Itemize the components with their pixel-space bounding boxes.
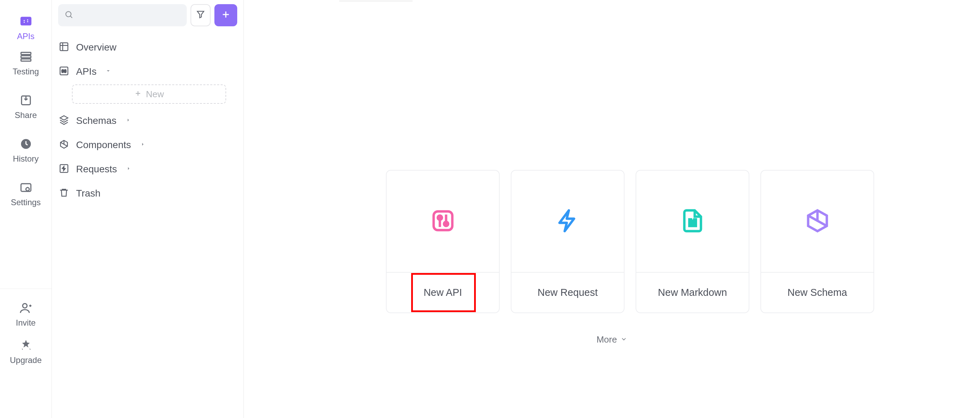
nav-testing[interactable]: Testing (0, 41, 51, 85)
search-input[interactable] (58, 4, 187, 26)
svg-point-10 (22, 303, 27, 308)
more-label: More (597, 334, 617, 345)
nav-testing-label: Testing (13, 67, 39, 77)
svg-rect-0 (21, 17, 31, 25)
tree-requests[interactable]: Requests (58, 157, 237, 181)
nav-share-label: Share (14, 110, 37, 120)
nav-upgrade[interactable]: Upgrade (0, 333, 51, 370)
tree-trash-label: Trash (76, 188, 101, 199)
schemas-icon (59, 115, 69, 127)
card-new-schema[interactable]: New Schema (760, 170, 874, 313)
api-sliders-icon (431, 208, 455, 235)
card-new-api[interactable]: New API (386, 170, 500, 313)
nav-history[interactable]: History (0, 129, 51, 172)
cube-icon (805, 208, 830, 235)
new-api-inline-button[interactable]: New (72, 85, 226, 104)
sidebar: Overview 96 APIs New Schemas Components (52, 0, 244, 418)
testing-icon (19, 50, 32, 63)
plus-icon (134, 89, 142, 100)
more-button[interactable]: More (244, 334, 980, 345)
apis-icon (19, 14, 33, 28)
search-icon (64, 10, 73, 21)
highlight-annotation (411, 273, 476, 312)
svg-rect-12 (60, 43, 68, 51)
chevron-down-icon (105, 68, 111, 75)
markdown-icon: M (680, 208, 705, 235)
filter-button[interactable] (191, 4, 211, 26)
filter-icon (196, 10, 205, 21)
top-divider (339, 1, 412, 2)
tree-apis-label: APIs (76, 66, 97, 77)
svg-rect-4 (21, 56, 31, 58)
tree-schemas-label: Schemas (76, 115, 116, 126)
card-new-markdown[interactable]: M New Markdown (636, 170, 749, 313)
svg-text:M: M (689, 218, 697, 228)
svg-point-2 (27, 21, 29, 22)
nav-settings-label: Settings (11, 198, 41, 207)
requests-icon (59, 163, 69, 175)
invite-icon (19, 302, 32, 314)
chevron-right-icon (140, 142, 146, 148)
tree-components[interactable]: Components (58, 133, 237, 157)
chevron-down-icon (620, 334, 627, 345)
nav-invite[interactable]: Invite (0, 296, 51, 333)
nav-settings[interactable]: Settings (0, 172, 51, 216)
settings-icon (19, 181, 32, 194)
tree-overview[interactable]: Overview (58, 35, 237, 59)
svg-text:96: 96 (62, 69, 67, 74)
card-new-request-label: New Request (538, 287, 598, 298)
chevron-right-icon (126, 166, 131, 173)
plus-icon (221, 10, 231, 21)
nav-invite-label: Invite (16, 318, 36, 328)
tree-apis[interactable]: 96 APIs (58, 59, 237, 84)
main-content: New API New Request M New Markdown (244, 0, 980, 418)
svg-rect-16 (434, 211, 452, 230)
history-icon (19, 137, 32, 150)
chevron-right-icon (126, 117, 131, 124)
trash-icon (59, 188, 69, 199)
overview-icon (59, 41, 69, 53)
tree-trash[interactable]: Trash (58, 181, 237, 206)
svg-point-11 (66, 11, 71, 17)
svg-point-1 (23, 20, 25, 21)
svg-rect-5 (21, 59, 31, 61)
nav-upgrade-label: Upgrade (10, 355, 41, 365)
add-button[interactable] (215, 4, 237, 26)
nav-apis[interactable]: APIs (0, 0, 51, 41)
svg-point-17 (438, 215, 442, 220)
new-api-inline-label: New (146, 89, 164, 100)
components-icon (59, 139, 69, 151)
tree-requests-label: Requests (76, 164, 117, 175)
lightning-icon (555, 208, 580, 235)
tree-components-label: Components (76, 139, 131, 150)
nav-share[interactable]: Share (0, 85, 51, 129)
tree-overview-label: Overview (76, 42, 116, 53)
svg-rect-3 (21, 52, 31, 54)
nav-history-label: History (13, 154, 39, 164)
card-new-request[interactable]: New Request (511, 170, 625, 313)
share-icon (19, 94, 32, 107)
card-new-schema-label: New Schema (788, 287, 847, 298)
svg-point-18 (444, 222, 448, 226)
upgrade-icon (19, 339, 32, 352)
api-bracket-icon: 96 (59, 66, 69, 78)
tree-schemas[interactable]: Schemas (58, 108, 237, 133)
nav-apis-label: APIs (17, 32, 35, 41)
card-new-markdown-label: New Markdown (658, 287, 727, 298)
svg-point-9 (26, 188, 29, 191)
